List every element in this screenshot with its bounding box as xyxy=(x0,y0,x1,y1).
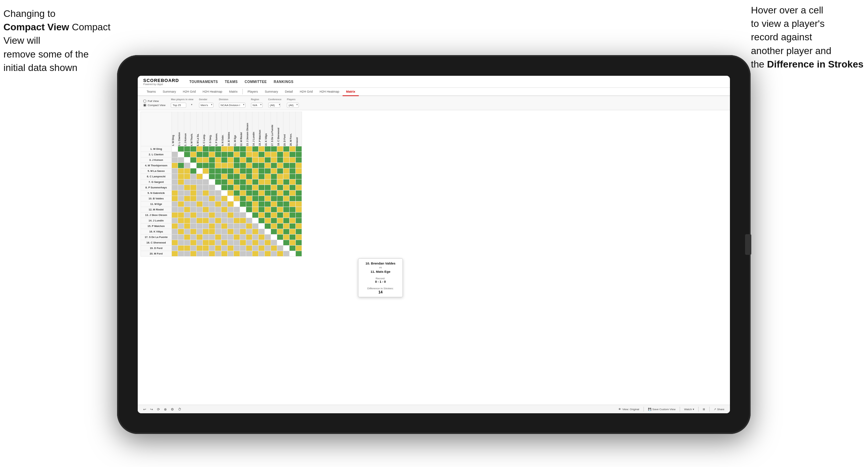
matrix-cell[interactable] xyxy=(246,157,252,163)
matrix-cell[interactable] xyxy=(290,240,296,246)
matrix-cell[interactable] xyxy=(197,201,203,207)
matrix-cell[interactable] xyxy=(178,201,184,207)
matrix-cell[interactable] xyxy=(197,224,203,229)
matrix-cell[interactable] xyxy=(228,224,234,229)
matrix-cell[interactable] xyxy=(259,196,265,201)
matrix-cell[interactable] xyxy=(265,212,271,218)
matrix-cell[interactable] xyxy=(246,201,252,207)
matrix-cell[interactable] xyxy=(277,212,283,218)
matrix-cell[interactable] xyxy=(209,196,215,201)
matrix-cell[interactable] xyxy=(221,163,228,168)
matrix-cell[interactable] xyxy=(184,185,190,190)
matrix-cell[interactable] xyxy=(296,163,302,168)
matrix-cell[interactable] xyxy=(277,218,283,224)
matrix-cell[interactable] xyxy=(296,168,302,174)
matrix-cell[interactable] xyxy=(228,146,234,152)
matrix-cell[interactable] xyxy=(203,201,209,207)
matrix-cell[interactable] xyxy=(215,224,221,229)
matrix-cell[interactable] xyxy=(290,212,296,218)
matrix-cell[interactable] xyxy=(190,146,197,152)
matrix-cell[interactable] xyxy=(246,152,252,157)
matrix-cell[interactable] xyxy=(209,146,215,152)
matrix-cell[interactable] xyxy=(259,218,265,224)
matrix-cell[interactable] xyxy=(290,229,296,235)
matrix-cell[interactable] xyxy=(209,240,215,246)
nav-tournaments[interactable]: TOURNAMENTS xyxy=(189,80,218,84)
matrix-cell[interactable] xyxy=(283,168,290,174)
matrix-cell[interactable] xyxy=(172,201,178,207)
matrix-cell[interactable] xyxy=(221,174,228,179)
matrix-cell[interactable] xyxy=(184,157,190,163)
matrix-cell[interactable] xyxy=(296,218,302,224)
matrix-cell[interactable] xyxy=(197,168,203,174)
matrix-cell[interactable] xyxy=(240,190,246,196)
matrix-cell[interactable] xyxy=(209,152,215,157)
undo-button[interactable]: ↩ xyxy=(143,407,146,411)
matrix-cell[interactable] xyxy=(283,218,290,224)
tab-players[interactable]: Players xyxy=(244,88,261,96)
matrix-cell[interactable] xyxy=(234,168,240,174)
matrix-cell[interactable] xyxy=(178,246,184,251)
matrix-cell[interactable] xyxy=(209,229,215,235)
matrix-cell[interactable] xyxy=(234,235,240,240)
matrix-cell[interactable] xyxy=(209,246,215,251)
matrix-cell[interactable] xyxy=(184,152,190,157)
matrix-cell[interactable] xyxy=(221,168,228,174)
matrix-cell[interactable] xyxy=(228,240,234,246)
matrix-cell[interactable] xyxy=(197,157,203,163)
matrix-cell[interactable] xyxy=(296,207,302,212)
watch-button[interactable]: Watch ▾ xyxy=(684,408,694,411)
matrix-cell[interactable] xyxy=(197,163,203,168)
matrix-cell[interactable] xyxy=(234,157,240,163)
tablet-home-button[interactable] xyxy=(745,234,751,255)
matrix-cell[interactable] xyxy=(215,201,221,207)
matrix-cell[interactable] xyxy=(197,190,203,196)
matrix-cell[interactable] xyxy=(203,207,209,212)
matrix-cell[interactable] xyxy=(259,240,265,246)
matrix-cell[interactable] xyxy=(184,163,190,168)
matrix-cell[interactable] xyxy=(246,185,252,190)
matrix-cell[interactable] xyxy=(290,157,296,163)
matrix-cell[interactable] xyxy=(290,246,296,251)
matrix-container[interactable]: 1. W Ding 2. L Clanton 3. J Koivun 4. M … xyxy=(138,110,730,410)
matrix-cell[interactable] xyxy=(215,240,221,246)
matrix-cell[interactable] xyxy=(283,174,290,179)
matrix-cell[interactable] xyxy=(246,146,252,152)
matrix-cell[interactable] xyxy=(190,196,197,201)
matrix-cell[interactable] xyxy=(172,207,178,212)
matrix-cell[interactable] xyxy=(178,152,184,157)
matrix-cell[interactable] xyxy=(221,235,228,240)
matrix-cell[interactable] xyxy=(172,190,178,196)
matrix-cell[interactable] xyxy=(265,235,271,240)
matrix-cell[interactable] xyxy=(215,146,221,152)
matrix-cell[interactable] xyxy=(221,212,228,218)
matrix-cell[interactable] xyxy=(190,246,197,251)
matrix-cell[interactable] xyxy=(246,168,252,174)
matrix-cell[interactable] xyxy=(296,212,302,218)
radio-full-view[interactable]: Full View xyxy=(143,100,165,103)
matrix-cell[interactable] xyxy=(283,251,290,257)
matrix-cell[interactable] xyxy=(190,224,197,229)
matrix-cell[interactable] xyxy=(283,163,290,168)
matrix-cell[interactable] xyxy=(259,190,265,196)
matrix-cell[interactable] xyxy=(252,152,259,157)
matrix-cell[interactable] xyxy=(184,168,190,174)
matrix-cell[interactable] xyxy=(221,224,228,229)
players-select[interactable]: (All) xyxy=(287,103,299,108)
matrix-cell[interactable] xyxy=(215,174,221,179)
matrix-cell[interactable] xyxy=(246,163,252,168)
division-select[interactable]: NCAA Division I xyxy=(219,103,245,108)
matrix-cell[interactable] xyxy=(265,207,271,212)
matrix-cell[interactable] xyxy=(252,218,259,224)
matrix-cell[interactable] xyxy=(277,157,283,163)
matrix-cell[interactable] xyxy=(190,235,197,240)
matrix-cell[interactable] xyxy=(296,246,302,251)
matrix-cell[interactable] xyxy=(178,229,184,235)
matrix-cell[interactable] xyxy=(221,218,228,224)
matrix-cell[interactable] xyxy=(234,174,240,179)
matrix-cell[interactable] xyxy=(265,190,271,196)
matrix-cell[interactable] xyxy=(178,224,184,229)
matrix-cell[interactable] xyxy=(277,196,283,201)
clock-button[interactable]: ⏱ xyxy=(178,407,181,411)
matrix-cell[interactable] xyxy=(203,229,209,235)
